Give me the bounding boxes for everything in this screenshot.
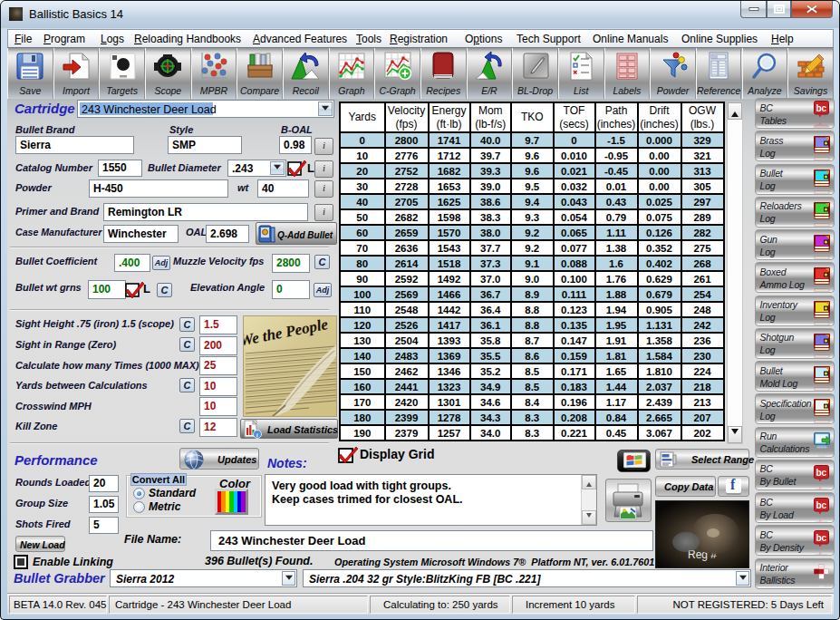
svg-text:bc: bc [816, 127, 826, 130]
svg-text:bc: bc [816, 500, 826, 510]
svg-text:bc: bc [816, 467, 826, 477]
svg-text:bc: bc [816, 533, 826, 543]
svg-text:bc: bc [816, 103, 826, 113]
svg-text:i: i [256, 431, 258, 439]
